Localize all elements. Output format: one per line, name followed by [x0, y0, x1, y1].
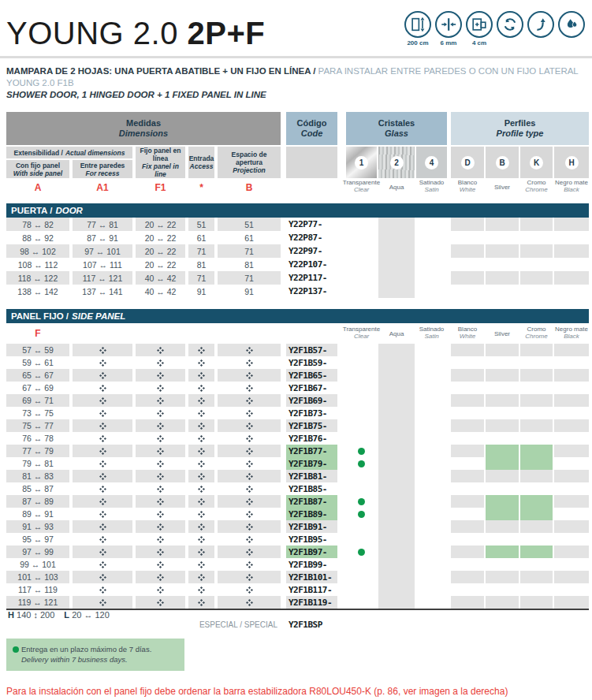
- dim-f-cell: 85 ↔ 87: [6, 482, 69, 495]
- profile-black-label2: Negro mateBlack: [554, 323, 589, 344]
- profile-white-cell: [451, 533, 484, 545]
- dim-a1-cell: 117 ↔ 121: [73, 271, 132, 285]
- dim-f-cell: 95 ↔ 97: [6, 533, 69, 545]
- code-cell: Y2F1B77-: [286, 445, 337, 457]
- profile-white-es2: Blanco: [458, 326, 477, 333]
- profiles-header: Perfiles Profile type: [451, 112, 589, 145]
- code-cell: Y2F1B89-: [286, 508, 337, 520]
- profile-chrome-cell: [520, 394, 553, 407]
- dim-f-cell: 76 ↔ 78: [6, 432, 69, 445]
- f1-available-cell: [136, 394, 185, 407]
- panel-section-title-es: PANEL FIJO /: [11, 311, 69, 321]
- profile-white-cell: [451, 470, 484, 482]
- profile-white-label: BlancoWhite: [451, 177, 484, 198]
- access-available-cell: [188, 482, 214, 495]
- profile-white-cell: [451, 419, 484, 432]
- delivery-note-box: Entrega en un plazo máximo de 7 días. De…: [6, 639, 184, 671]
- profile-chrome-cell: [520, 244, 553, 258]
- profile-silver-cell: [486, 495, 519, 508]
- dim-f1-cell: 20 ↔ 22: [136, 244, 185, 258]
- glass-aqua-column-cell: [378, 558, 415, 571]
- code-cell: Y2F1B87-: [286, 495, 337, 508]
- access-available-cell: [188, 583, 214, 596]
- profile-white-cell: [451, 258, 484, 271]
- code-cell: Y2F1B99-: [286, 558, 337, 571]
- height-range: H 140 ↕ 200: [8, 610, 54, 620]
- projection-cell: 81: [218, 258, 281, 271]
- glass-aqua-column-cell: [378, 596, 415, 609]
- profile-chrome-cell: [520, 407, 553, 419]
- profile-silver-cell: [486, 244, 519, 258]
- glass-aqua-column-cell: [378, 285, 415, 298]
- glass-aqua-column-cell: [378, 356, 415, 369]
- profile-black-en: Black: [564, 186, 579, 193]
- code-cell: Y2F1B85-: [286, 482, 337, 495]
- with-side-panel-es: Con fijo panel: [16, 162, 60, 169]
- profile-white-cell: [451, 545, 484, 558]
- code-cell: Y2F1B101-: [286, 571, 337, 583]
- a1-available-cell: [73, 583, 132, 596]
- profile-white-cell: [451, 571, 484, 583]
- access-available-cell: [188, 369, 214, 382]
- dim-f-cell: 119 ↔ 121: [6, 596, 69, 609]
- dim-f-cell: 117 ↔ 119: [6, 583, 69, 596]
- profile-chrome-cell: [520, 508, 553, 520]
- lift-turn-feature: [527, 11, 555, 47]
- panel-table-row: 57 ↔ 59Y2F1B57-: [6, 344, 589, 356]
- profile-chrome-cell: [520, 470, 553, 482]
- projection-available-cell: [218, 457, 281, 470]
- profile-chrome-cell: [520, 457, 553, 470]
- profile-silver-cell: [486, 285, 519, 298]
- dim-a-cell: 88 ↔ 92: [6, 231, 69, 244]
- for-recess-en: For recess: [86, 169, 120, 177]
- profile-silver-cell: [486, 558, 519, 571]
- f1-available-cell: [136, 495, 185, 508]
- profile-black-cell: [554, 407, 589, 419]
- dimensions-header-en: Dimensions: [119, 128, 168, 139]
- a1-available-cell: [73, 470, 132, 482]
- for-recess-header: Entre paredes For recess: [73, 160, 132, 178]
- panel-labels-row: F TransparenteClear Aqua SatinadoSatin B…: [6, 323, 589, 344]
- fast-delivery-dot-icon: [358, 549, 365, 556]
- code-cell: Y2F1B97-: [286, 545, 337, 558]
- door-table-row: 98 ↔ 10297 ↔ 10120 ↔ 227171Y22P97-: [6, 244, 589, 258]
- projection-available-cell: [218, 558, 281, 571]
- glass-satin-label2: SatinadoSatin: [416, 323, 447, 344]
- glass-aqua-column-cell: [378, 482, 415, 495]
- access-available-cell: [188, 407, 214, 419]
- dim-f-cell: 91 ↔ 93: [6, 520, 69, 533]
- panel-table-row: 87 ↔ 89Y2F1B87-: [6, 495, 589, 508]
- product-description: MAMPARA DE 2 HOJAS: UNA PUERTA ABATIBLE …: [6, 65, 586, 101]
- glass-aqua-column-cell: [378, 218, 415, 231]
- profile-silver-cell: [486, 271, 519, 285]
- panel-table-row: 99 ↔ 101Y2F1B99-: [6, 558, 589, 571]
- profile-black-cell: [554, 369, 589, 382]
- fast-delivery-dot-icon: [358, 511, 365, 518]
- f1-available-cell: [136, 545, 185, 558]
- profile-silver-cell: [486, 258, 519, 271]
- glass-aqua-column-cell: [378, 445, 415, 457]
- profile-white-cell: [451, 495, 484, 508]
- profile-silver-cell: [486, 470, 519, 482]
- door-section-title-en: DOOR: [55, 206, 83, 215]
- dimensions-header: Medidas Dimensions: [6, 112, 281, 145]
- code-cell: Y22P97-: [286, 244, 337, 258]
- dim-a1-cell: 87 ↔ 91: [73, 231, 132, 244]
- glass-aqua-column-cell: [378, 344, 415, 356]
- profile-white-cell: [451, 369, 484, 382]
- profile-chrome-label: CromoChrome: [520, 177, 553, 198]
- for-recess-es: Entre paredes: [80, 162, 125, 169]
- profile-black-cell: [554, 457, 589, 470]
- f1-available-cell: [136, 520, 185, 533]
- profile-silver-cell: [486, 508, 519, 520]
- projection-cell: 91: [218, 285, 281, 298]
- panel-table-row: 59 ↔ 61Y2F1B59-: [6, 356, 589, 369]
- f1-available-cell: [136, 445, 185, 457]
- projection-available-cell: [218, 382, 281, 394]
- f1-available-cell: [136, 382, 185, 394]
- delivery-note-es-line: Entrega en un plazo máximo de 7 días.: [13, 644, 178, 654]
- f1-available-cell: [136, 508, 185, 520]
- dim-f-cell: 97 ↔ 99: [6, 545, 69, 558]
- code-cell: Y2F1B119-: [286, 596, 337, 609]
- profiles-header-es: Perfiles: [505, 118, 536, 128]
